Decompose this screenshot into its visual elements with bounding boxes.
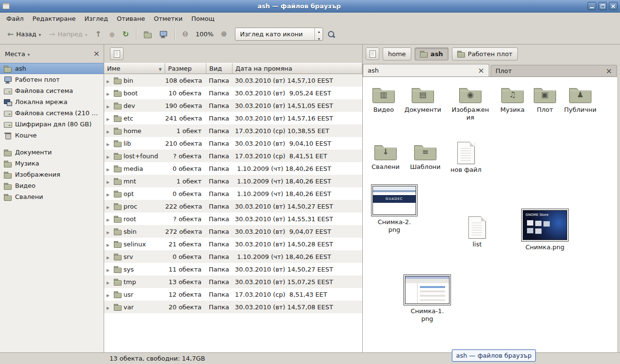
tree-pane-button[interactable] bbox=[110, 47, 124, 60]
icon-view-item[interactable]: Изображен ия bbox=[449, 85, 492, 121]
tab-close-icon[interactable] bbox=[478, 67, 484, 75]
sidebar-item[interactable]: Файлова система (210 MB) bbox=[0, 107, 104, 119]
sidebar-item[interactable]: ash bbox=[0, 63, 104, 74]
table-row[interactable]: bin 108 обекта Папка 30.03.2010 (вт) 14,… bbox=[104, 74, 362, 87]
table-row[interactable]: boot 10 обекта Папка 30.03.2010 (вт) 9,0… bbox=[104, 87, 362, 99]
expander-icon[interactable] bbox=[107, 216, 112, 222]
icon-view-item[interactable]: Документи bbox=[401, 85, 445, 114]
zoom-out-button[interactable] bbox=[179, 28, 192, 40]
titlebar[interactable]: ash — файлов браузър bbox=[0, 0, 620, 13]
places-selector[interactable]: Места bbox=[5, 50, 25, 58]
table-row[interactable]: root ? обекта Папка 30.03.2010 (вт) 14,5… bbox=[104, 212, 362, 225]
view-mode-select[interactable]: Изглед като икони bbox=[235, 28, 323, 41]
table-row[interactable]: opt 0 обекта Папка 1.10.2009 (чт) 18,40,… bbox=[104, 187, 362, 200]
sidebar-close-icon[interactable] bbox=[93, 50, 100, 58]
expander-icon[interactable] bbox=[107, 254, 112, 260]
icon-view-item[interactable]: Шаблони bbox=[403, 142, 447, 171]
table-row[interactable]: mnt 1 обект Папка 1.10.2009 (чт) 18,40,2… bbox=[104, 175, 362, 187]
back-history-dropdown-icon[interactable] bbox=[39, 31, 41, 37]
taskbar-window-button[interactable]: ash — файлов браузър bbox=[452, 349, 536, 362]
sidebar-item[interactable]: Кошче bbox=[0, 130, 104, 141]
icon-view-item[interactable]: Снимка-1. png bbox=[405, 274, 449, 322]
table-row[interactable]: var 20 обекта Папка 30.03.2010 (вт) 14,5… bbox=[104, 301, 362, 313]
tab[interactable]: ash bbox=[363, 64, 489, 76]
column-header-date[interactable]: Дата на промяна bbox=[232, 63, 362, 74]
icon-view-item[interactable]: list bbox=[455, 216, 499, 248]
expander-icon[interactable] bbox=[107, 203, 112, 210]
table-row[interactable]: selinux 21 обекта Папка 30.03.2010 (вт) … bbox=[104, 238, 362, 250]
minimize-button[interactable] bbox=[588, 2, 596, 10]
path-pane-button[interactable] bbox=[366, 47, 379, 60]
icon-view-item[interactable]: GUADEC Снимка-2. png bbox=[372, 184, 416, 233]
column-header-name[interactable]: Име bbox=[104, 63, 165, 74]
forward-history-dropdown-icon[interactable] bbox=[85, 31, 87, 37]
sidebar-item[interactable]: Шифриран дял (80 GB) bbox=[0, 119, 104, 130]
computer-button[interactable] bbox=[156, 28, 170, 41]
icon-view-item[interactable]: GNOME Store Снимка.png bbox=[523, 209, 567, 251]
table-row[interactable]: sbin 272 обекта Папка 30.03.2010 (вт) 9,… bbox=[104, 225, 362, 238]
search-button[interactable] bbox=[324, 28, 339, 41]
forward-button[interactable]: Напред bbox=[46, 28, 91, 41]
table-row[interactable]: usr 12 обекта Папка 17.03.2010 (ср) 8,51… bbox=[104, 288, 362, 301]
expander-icon[interactable] bbox=[107, 228, 112, 235]
table-row[interactable]: sys 11 обекта Папка 30.03.2010 (вт) 14,5… bbox=[104, 263, 362, 275]
expander-icon[interactable] bbox=[107, 115, 112, 121]
table-row[interactable]: lib 210 обекта Папка 30.03.2010 (вт) 9,0… bbox=[104, 137, 362, 150]
table-row[interactable]: media 0 обекта Папка 1.10.2009 (чт) 18,4… bbox=[104, 162, 362, 175]
close-button[interactable] bbox=[609, 2, 618, 10]
menu-item[interactable]: Помощ bbox=[187, 14, 219, 24]
path-button[interactable]: ash bbox=[415, 47, 449, 61]
maximize-button[interactable] bbox=[598, 2, 607, 10]
expander-icon[interactable] bbox=[107, 77, 112, 84]
up-button[interactable] bbox=[92, 28, 105, 41]
sidebar-item[interactable]: Работен плот bbox=[0, 74, 104, 85]
zoom-in-button[interactable] bbox=[217, 28, 231, 40]
expander-icon[interactable] bbox=[107, 304, 112, 310]
table-row[interactable]: home 1 обект Папка 17.03.2010 (ср) 10,38… bbox=[104, 124, 362, 137]
table-row[interactable]: dev 190 обекта Папка 30.03.2010 (вт) 14,… bbox=[104, 99, 362, 112]
expander-icon[interactable] bbox=[107, 291, 112, 298]
sidebar-item[interactable]: Файлова система bbox=[0, 85, 104, 96]
icon-view-item[interactable]: Свалени bbox=[364, 142, 407, 171]
sidebar-item[interactable]: Документи bbox=[0, 147, 104, 158]
expander-icon[interactable] bbox=[107, 128, 112, 134]
menu-item[interactable]: Файл bbox=[2, 14, 28, 24]
menu-item[interactable]: Редактиране bbox=[28, 14, 80, 24]
places-dropdown-icon[interactable] bbox=[28, 51, 30, 57]
expander-icon[interactable] bbox=[107, 241, 112, 247]
path-button[interactable]: home bbox=[383, 47, 411, 61]
sidebar-item[interactable]: Музика bbox=[0, 158, 104, 169]
table-row[interactable]: srv 0 обекта Папка 1.10.2009 (чт) 18,40,… bbox=[104, 250, 362, 263]
expander-icon[interactable] bbox=[107, 153, 112, 159]
stop-button[interactable] bbox=[106, 29, 118, 40]
icon-view-item[interactable]: Видео bbox=[363, 85, 405, 114]
reload-button[interactable] bbox=[119, 28, 132, 41]
column-header-type[interactable]: Вид bbox=[206, 63, 232, 74]
icon-view[interactable]: Видео Документи Изображен ия bbox=[363, 76, 617, 352]
table-row[interactable]: lost+found ? обекта Папка 17.03.2010 (ср… bbox=[104, 150, 362, 162]
sidebar-item[interactable]: Видео bbox=[0, 180, 104, 191]
expander-icon[interactable] bbox=[107, 140, 112, 147]
sidebar-item[interactable]: Свалени bbox=[0, 191, 104, 202]
path-button[interactable]: Работен плот bbox=[452, 47, 518, 61]
table-row[interactable]: proc 222 обекта Папка 30.03.2010 (вт) 14… bbox=[104, 200, 362, 212]
expander-icon[interactable] bbox=[107, 166, 112, 172]
expander-icon[interactable] bbox=[107, 103, 112, 109]
expander-icon[interactable] bbox=[107, 90, 112, 96]
menu-item[interactable]: Отметки bbox=[149, 14, 186, 24]
expander-icon[interactable] bbox=[107, 191, 112, 197]
icon-view-item[interactable]: нов файл bbox=[444, 142, 488, 174]
table-row[interactable]: tmp 13 обекта Папка 30.03.2010 (вт) 15,0… bbox=[104, 275, 362, 288]
expander-icon[interactable] bbox=[107, 279, 112, 285]
tab-close-icon[interactable] bbox=[606, 67, 612, 75]
sidebar-item[interactable]: Локална мрежа bbox=[0, 96, 104, 107]
home-button[interactable] bbox=[140, 28, 155, 41]
back-button[interactable]: Назад bbox=[4, 28, 45, 41]
view-mode-spinner-icon[interactable] bbox=[314, 28, 323, 40]
menu-item[interactable]: Изглед bbox=[80, 14, 112, 24]
sidebar-item[interactable]: Изображения bbox=[0, 169, 104, 180]
tab[interactable]: Плот bbox=[491, 65, 617, 76]
expander-icon[interactable] bbox=[107, 266, 112, 273]
expander-icon[interactable] bbox=[107, 178, 112, 184]
icon-view-item[interactable]: Публични bbox=[558, 85, 602, 114]
